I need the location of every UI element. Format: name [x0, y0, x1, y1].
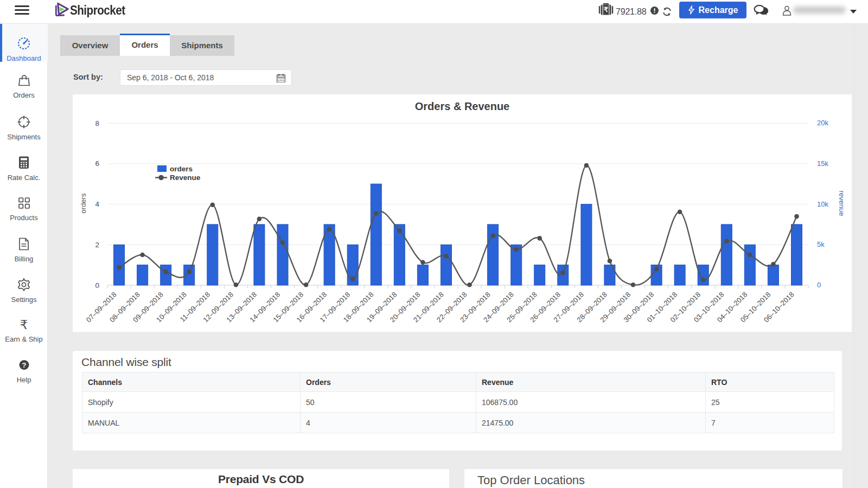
svg-text:orders: orders	[170, 165, 193, 173]
svg-text:revenue: revenue	[838, 191, 846, 216]
svg-text:0: 0	[95, 281, 99, 290]
svg-text:20k: 20k	[817, 119, 828, 127]
svg-text:₹: ₹	[20, 318, 28, 331]
svg-text:₹: ₹	[604, 6, 608, 14]
svg-text:15k: 15k	[817, 159, 828, 168]
svg-text:Orders & Revenue: Orders & Revenue	[415, 100, 510, 112]
svg-text:0: 0	[817, 281, 821, 289]
svg-text:4: 4	[95, 200, 99, 208]
svg-text:10k: 10k	[817, 200, 828, 208]
svg-text:6: 6	[95, 159, 99, 168]
svg-text:2: 2	[95, 241, 99, 249]
svg-text:?: ?	[22, 361, 26, 369]
svg-text:5k: 5k	[817, 240, 825, 248]
svg-text:Revenue: Revenue	[170, 174, 201, 182]
svg-text:8: 8	[95, 119, 99, 127]
svg-text:orders: orders	[79, 193, 87, 213]
